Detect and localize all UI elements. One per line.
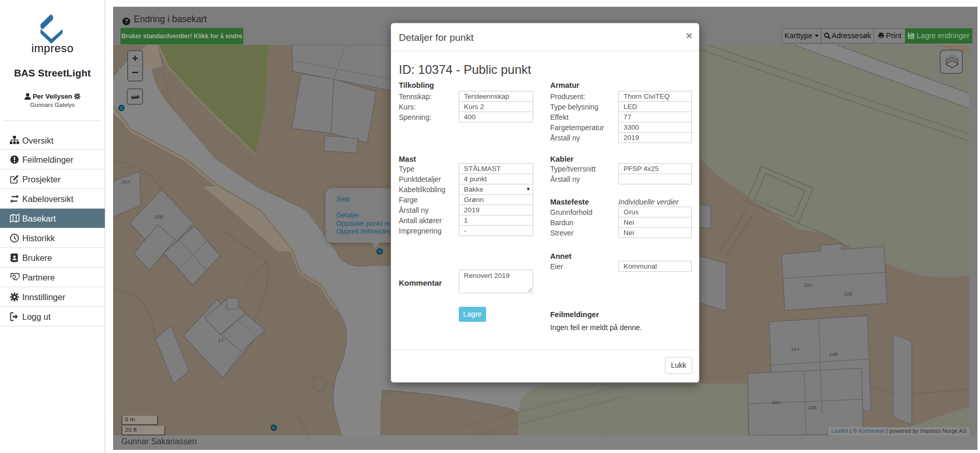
svg-text:14B: 14B [829, 351, 838, 357]
svg-text:16B: 16B [808, 404, 817, 410]
svg-text:12B: 12B [844, 291, 852, 296]
svg-text:16A: 16A [772, 399, 781, 405]
svg-text:14A: 14A [791, 346, 800, 352]
svg-text:17: 17 [218, 337, 224, 343]
svg-text:12A: 12A [804, 282, 813, 288]
svg-text:15A: 15A [121, 179, 131, 184]
svg-text:15B: 15B [154, 214, 163, 220]
